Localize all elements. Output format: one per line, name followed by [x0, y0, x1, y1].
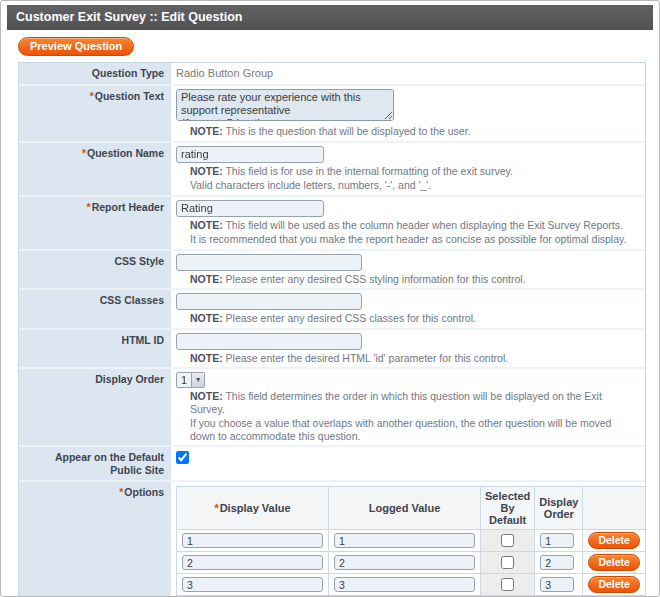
preview-question-button-top[interactable]: Preview Question	[18, 37, 134, 56]
appear-public-site-checkbox[interactable]	[176, 451, 189, 464]
required-marker: *	[90, 90, 94, 102]
question-name-note-2: Valid characters include letters, number…	[190, 179, 637, 192]
column-header-logged-value: Logged Value	[329, 487, 481, 530]
edit-question-page: Customer Exit Survey :: Edit Question Pr…	[0, 0, 660, 597]
css-classes-note: NOTE: Please enter any desired CSS class…	[190, 312, 637, 325]
form-row-display-order: Display Order 1 ▼ NOTE: This field deter…	[19, 367, 645, 445]
question-name-note: NOTE: This field is for use in the inter…	[190, 165, 637, 178]
form-row-question-text: *Question Text Please rate your experien…	[19, 84, 645, 141]
required-marker: *	[119, 486, 123, 498]
appear-public-site-label: Appear on the Default Public Site	[19, 447, 171, 480]
form-row-css-style: CSS Style NOTE: Please enter any desired…	[19, 249, 645, 289]
option-display-order-input[interactable]	[540, 555, 574, 570]
column-header-display-value: *Display Value	[177, 487, 329, 530]
options-header-row: *Display Value Logged Value Selected By …	[177, 487, 646, 530]
css-style-note: NOTE: Please enter any desired CSS styli…	[190, 273, 637, 286]
edit-question-form: Question Type Radio Button Group *Questi…	[18, 62, 646, 597]
form-row-question-name: *Question Name NOTE: This field is for u…	[19, 141, 645, 195]
question-type-value: Radio Button Group	[176, 67, 273, 79]
html-id-input[interactable]	[176, 333, 362, 350]
required-marker: *	[82, 147, 86, 159]
options-table: *Display Value Logged Value Selected By …	[176, 486, 646, 597]
column-header-selected-by-default: Selected By Default	[481, 487, 535, 530]
delete-option-button[interactable]: Delete	[588, 554, 640, 571]
option-display-value-input[interactable]	[182, 577, 323, 592]
html-id-label: HTML ID	[19, 330, 171, 368]
css-classes-input[interactable]	[176, 293, 362, 310]
chevron-down-icon: ▼	[191, 373, 204, 387]
report-header-input[interactable]	[176, 200, 324, 217]
option-row: Delete	[177, 530, 646, 552]
page-title: Customer Exit Survey :: Edit Question	[7, 5, 653, 30]
form-row-question-type: Question Type Radio Button Group	[19, 63, 645, 84]
report-header-note-2: It is recommended that you make the repo…	[190, 233, 637, 246]
required-marker: *	[214, 502, 218, 514]
options-label: *Options	[19, 482, 171, 597]
option-display-value-input[interactable]	[182, 555, 323, 570]
option-selected-checkbox[interactable]	[501, 534, 514, 547]
question-type-label: Question Type	[19, 63, 171, 84]
option-display-order-input[interactable]	[540, 577, 574, 592]
form-row-options: *Options *Display Value Logged Value Sel…	[19, 480, 645, 597]
css-style-input[interactable]	[176, 254, 362, 271]
option-logged-value-input[interactable]	[334, 555, 475, 570]
option-logged-value-input[interactable]	[334, 577, 475, 592]
form-row-report-header: *Report Header NOTE: This field will be …	[19, 195, 645, 249]
form-row-html-id: HTML ID NOTE: Please enter the desired H…	[19, 328, 645, 368]
option-selected-checkbox[interactable]	[501, 556, 514, 569]
display-order-note-2: If you choose a value that overlaps with…	[190, 417, 637, 442]
css-style-label: CSS Style	[19, 251, 171, 289]
option-row: Delete	[177, 552, 646, 574]
question-text-label: *Question Text	[19, 86, 171, 141]
option-display-value-input[interactable]	[182, 533, 323, 548]
question-text-input[interactable]: Please rate your experience with this su…	[176, 89, 394, 121]
display-order-label: Display Order	[19, 369, 171, 445]
form-row-appear-public-site: Appear on the Default Public Site	[19, 445, 645, 480]
question-name-input[interactable]	[176, 146, 324, 163]
top-toolbar: Preview Question	[18, 36, 659, 56]
delete-option-button[interactable]: Delete	[588, 532, 640, 549]
display-order-selected-value: 1	[177, 373, 191, 387]
question-name-label: *Question Name	[19, 143, 171, 195]
form-row-css-classes: CSS Classes NOTE: Please enter any desir…	[19, 288, 645, 328]
option-row: Delete	[177, 574, 646, 596]
display-order-note: NOTE: This field determines the order in…	[190, 390, 637, 415]
option-logged-value-input[interactable]	[334, 533, 475, 548]
option-selected-checkbox[interactable]	[501, 578, 514, 591]
report-header-note: NOTE: This field will be used as the col…	[190, 219, 637, 232]
delete-option-button[interactable]: Delete	[588, 576, 640, 593]
report-header-label: *Report Header	[19, 197, 171, 249]
column-header-actions	[583, 487, 646, 530]
question-text-note: NOTE: This is the question that will be …	[190, 125, 637, 138]
html-id-note: NOTE: Please enter the desired HTML 'id'…	[190, 352, 637, 365]
column-header-display-order: Display Order	[535, 487, 583, 530]
display-order-select[interactable]: 1 ▼	[176, 372, 205, 388]
css-classes-label: CSS Classes	[19, 290, 171, 328]
option-display-order-input[interactable]	[540, 533, 574, 548]
required-marker: *	[87, 201, 91, 213]
